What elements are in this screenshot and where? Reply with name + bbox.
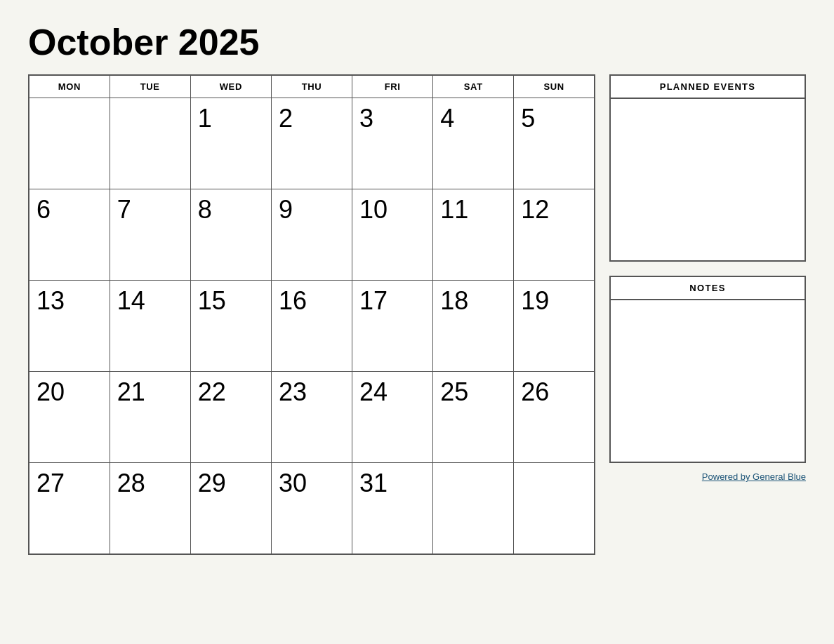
calendar-week-4: 20 21 22 23 24 25 26 <box>29 372 595 463</box>
powered-by-section: Powered by General Blue <box>609 471 806 482</box>
calendar-day: 5 <box>514 98 595 189</box>
notes-box: NOTES <box>609 276 806 463</box>
calendar-day: 29 <box>190 463 271 554</box>
calendar-day: 11 <box>433 189 514 281</box>
sidebar: PLANNED EVENTS NOTES Powered by General … <box>609 74 806 482</box>
calendar-day: 9 <box>271 189 352 281</box>
calendar-day: 31 <box>352 463 433 554</box>
calendar-day: 30 <box>271 463 352 554</box>
planned-events-box: PLANNED EVENTS <box>609 74 806 262</box>
col-header-thu: THU <box>271 75 352 98</box>
calendar-day: 19 <box>514 281 595 372</box>
calendar-week-2: 6 7 8 9 10 11 12 <box>29 189 595 281</box>
planned-events-body <box>611 99 805 260</box>
calendar-day: 7 <box>110 189 190 281</box>
calendar-day: 25 <box>433 372 514 463</box>
cell-empty <box>433 463 514 554</box>
calendar-day: 3 <box>352 98 433 189</box>
col-header-fri: FRI <box>352 75 433 98</box>
cell-empty <box>29 98 110 189</box>
notes-body <box>611 300 805 462</box>
notes-header: NOTES <box>611 277 805 300</box>
calendar-day: 21 <box>110 372 190 463</box>
calendar-table: MON TUE WED THU FRI SAT SUN 1 <box>28 74 595 555</box>
col-header-wed: WED <box>190 75 271 98</box>
calendar-day: 26 <box>514 372 595 463</box>
calendar-day: 20 <box>29 372 110 463</box>
calendar-day: 8 <box>190 189 271 281</box>
calendar-day: 12 <box>514 189 595 281</box>
calendar-day: 14 <box>110 281 190 372</box>
page-container: October 2025 MON TUE WED THU FRI SAT SUN <box>28 21 806 555</box>
calendar-day: 6 <box>29 189 110 281</box>
page-title: October 2025 <box>28 21 806 63</box>
col-header-sat: SAT <box>433 75 514 98</box>
cell-empty <box>110 98 190 189</box>
col-header-sun: SUN <box>514 75 595 98</box>
calendar-day: 27 <box>29 463 110 554</box>
calendar-wrapper: MON TUE WED THU FRI SAT SUN 1 <box>28 74 595 555</box>
calendar-week-1: 1 2 3 4 5 <box>29 98 595 189</box>
calendar-day: 4 <box>433 98 514 189</box>
calendar-day: 18 <box>433 281 514 372</box>
calendar-day: 16 <box>271 281 352 372</box>
cell-empty <box>514 463 595 554</box>
calendar-day: 24 <box>352 372 433 463</box>
powered-by-link[interactable]: Powered by General Blue <box>702 471 806 482</box>
calendar-header-row: MON TUE WED THU FRI SAT SUN <box>29 75 595 98</box>
main-layout: MON TUE WED THU FRI SAT SUN 1 <box>28 74 806 555</box>
col-header-tue: TUE <box>110 75 190 98</box>
calendar-day: 10 <box>352 189 433 281</box>
calendar-day: 15 <box>190 281 271 372</box>
calendar-week-5: 27 28 29 30 31 <box>29 463 595 554</box>
planned-events-header: PLANNED EVENTS <box>611 76 805 99</box>
calendar-day: 28 <box>110 463 190 554</box>
col-header-mon: MON <box>29 75 110 98</box>
calendar-day: 23 <box>271 372 352 463</box>
calendar-day: 1 <box>190 98 271 189</box>
calendar-week-3: 13 14 15 16 17 18 19 <box>29 281 595 372</box>
calendar-day: 22 <box>190 372 271 463</box>
calendar-day: 13 <box>29 281 110 372</box>
calendar-day: 17 <box>352 281 433 372</box>
calendar-day: 2 <box>271 98 352 189</box>
